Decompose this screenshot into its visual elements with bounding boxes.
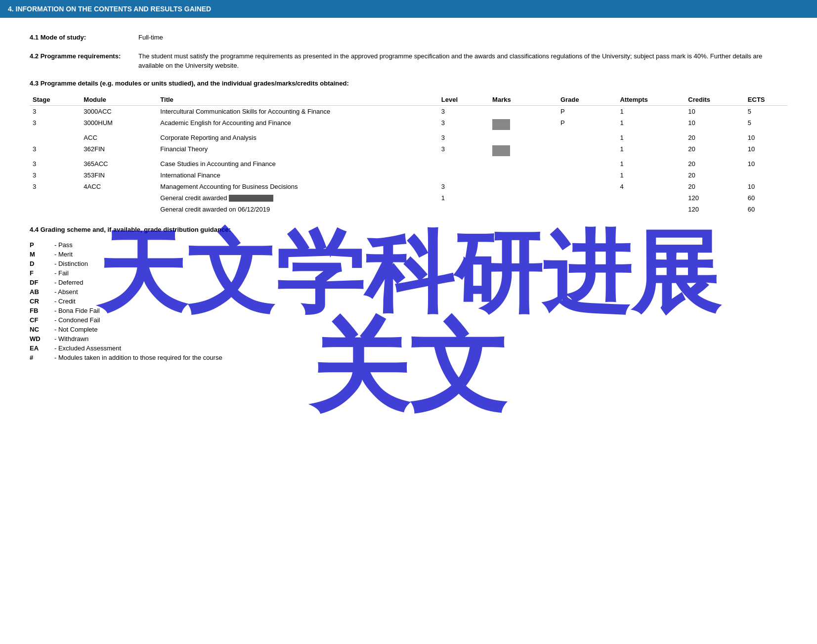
cell-module bbox=[81, 204, 157, 215]
cell-credits: 20 bbox=[685, 181, 745, 192]
grade-description: - Credit bbox=[54, 297, 226, 306]
grade-code: FB bbox=[30, 306, 54, 315]
cell-ects: 10 bbox=[745, 143, 787, 158]
grade-description: - Merit bbox=[54, 250, 226, 259]
cell-attempts bbox=[617, 192, 685, 204]
grade-row: CF - Condoned Fail bbox=[30, 315, 226, 325]
cell-title: General credit awarded bbox=[157, 192, 438, 204]
cell-module bbox=[81, 192, 157, 204]
grade-code: DF bbox=[30, 278, 54, 287]
grade-description: - Pass bbox=[54, 240, 226, 250]
grade-code: # bbox=[30, 353, 54, 362]
cell-attempts: 1 bbox=[617, 170, 685, 181]
cell-stage: 3 bbox=[30, 170, 81, 181]
cell-attempts: 1 bbox=[617, 158, 685, 170]
cell-grade bbox=[558, 143, 617, 158]
cell-credits: 20 bbox=[685, 158, 745, 170]
grade-row: P - Pass bbox=[30, 240, 226, 250]
grade-row: M - Merit bbox=[30, 250, 226, 259]
col-header-marks: Marks bbox=[489, 94, 558, 106]
table-row: 3 365ACC Case Studies in Accounting and … bbox=[30, 158, 787, 170]
cell-stage: 3 bbox=[30, 143, 81, 158]
cell-module: 365ACC bbox=[81, 158, 157, 170]
cell-stage: 3 bbox=[30, 158, 81, 170]
cell-stage: 3 bbox=[30, 181, 81, 192]
grade-row: D - Distinction bbox=[30, 259, 226, 268]
grade-description: - Modules taken in addition to those req… bbox=[54, 353, 226, 362]
cell-credits: 10 bbox=[685, 117, 745, 132]
cell-ects: 60 bbox=[745, 192, 787, 204]
programme-requirements-value: The student must satisfy the programme r… bbox=[138, 51, 787, 71]
cell-grade: P bbox=[558, 105, 617, 117]
section-header: 4. INFORMATION ON THE CONTENTS AND RESUL… bbox=[0, 0, 817, 18]
cell-level bbox=[438, 158, 489, 170]
cell-level bbox=[438, 170, 489, 181]
cell-stage: 3 bbox=[30, 105, 81, 117]
table-row: 3 3000ACC Intercultural Communication Sk… bbox=[30, 105, 787, 117]
cell-attempts: 1 bbox=[617, 117, 685, 132]
grade-row: NC - Not Complete bbox=[30, 325, 226, 334]
grading-title: 4.4 Grading scheme and, if available, gr… bbox=[30, 226, 787, 233]
col-header-attempts: Attempts bbox=[617, 94, 685, 106]
cell-title: Academic English for Accounting and Fina… bbox=[157, 117, 438, 132]
grade-code: D bbox=[30, 259, 54, 268]
grade-row: CR - Credit bbox=[30, 297, 226, 306]
grade-row: EA - Excluded Assessment bbox=[30, 343, 226, 353]
cell-marks bbox=[489, 132, 558, 143]
cell-marks bbox=[489, 158, 558, 170]
cell-marks bbox=[489, 143, 558, 158]
programme-requirements-block: 4.2 Programme requirements: The student … bbox=[30, 51, 787, 71]
cell-marks bbox=[489, 117, 558, 132]
cell-grade bbox=[558, 181, 617, 192]
cell-title: Management Accounting for Business Decis… bbox=[157, 181, 438, 192]
cell-marks bbox=[489, 192, 558, 204]
cell-title: Corporate Reporting and Analysis bbox=[157, 132, 438, 143]
mode-of-study-label: 4.1 Mode of study: bbox=[30, 33, 138, 43]
table-row: General credit awarded 1 120 60 bbox=[30, 192, 787, 204]
cell-attempts bbox=[617, 204, 685, 215]
table-row: General credit awarded on 06/12/2019 120… bbox=[30, 204, 787, 215]
cell-level: 1 bbox=[438, 192, 489, 204]
grade-row: WD - Withdrawn bbox=[30, 334, 226, 343]
cell-stage bbox=[30, 192, 81, 204]
cell-grade bbox=[558, 170, 617, 181]
cell-title: Case Studies in Accounting and Finance bbox=[157, 158, 438, 170]
cell-stage: 3 bbox=[30, 117, 81, 132]
grade-description: - Condoned Fail bbox=[54, 315, 226, 325]
grade-code: AB bbox=[30, 287, 54, 297]
grade-code: CF bbox=[30, 315, 54, 325]
grade-description: - Deferred bbox=[54, 278, 226, 287]
grade-description: - Fail bbox=[54, 268, 226, 278]
cell-marks bbox=[489, 105, 558, 117]
mode-of-study-row: 4.1 Mode of study: Full-time bbox=[30, 33, 787, 43]
grade-code: F bbox=[30, 268, 54, 278]
col-header-level: Level bbox=[438, 94, 489, 106]
programme-requirements-label: 4.2 Programme requirements: bbox=[30, 51, 138, 71]
cell-ects: 10 bbox=[745, 158, 787, 170]
grading-section: 4.4 Grading scheme and, if available, gr… bbox=[30, 226, 787, 362]
table-row: ACC Corporate Reporting and Analysis 3 1… bbox=[30, 132, 787, 143]
cell-grade: P bbox=[558, 117, 617, 132]
grade-description: - Absent bbox=[54, 287, 226, 297]
grade-table: P - Pass M - Merit D - Distinction F - F… bbox=[30, 240, 226, 362]
grade-code: EA bbox=[30, 343, 54, 353]
grade-description: - Not Complete bbox=[54, 325, 226, 334]
cell-title: Financial Theory bbox=[157, 143, 438, 158]
cell-title: International Finance bbox=[157, 170, 438, 181]
grade-code: P bbox=[30, 240, 54, 250]
grade-row: FB - Bona Fide Fail bbox=[30, 306, 226, 315]
cell-module: 3000ACC bbox=[81, 105, 157, 117]
table-row: 3 4ACC Management Accounting for Busines… bbox=[30, 181, 787, 192]
col-header-module: Module bbox=[81, 94, 157, 106]
cell-marks bbox=[489, 170, 558, 181]
grade-row: F - Fail bbox=[30, 268, 226, 278]
cell-level: 3 bbox=[438, 132, 489, 143]
cell-ects: 5 bbox=[745, 117, 787, 132]
cell-attempts: 4 bbox=[617, 181, 685, 192]
cell-level: 3 bbox=[438, 117, 489, 132]
cell-ects: 10 bbox=[745, 132, 787, 143]
cell-ects bbox=[745, 170, 787, 181]
mode-of-study-block: 4.1 Mode of study: Full-time bbox=[30, 33, 787, 43]
grade-description: - Bona Fide Fail bbox=[54, 306, 226, 315]
cell-grade bbox=[558, 192, 617, 204]
